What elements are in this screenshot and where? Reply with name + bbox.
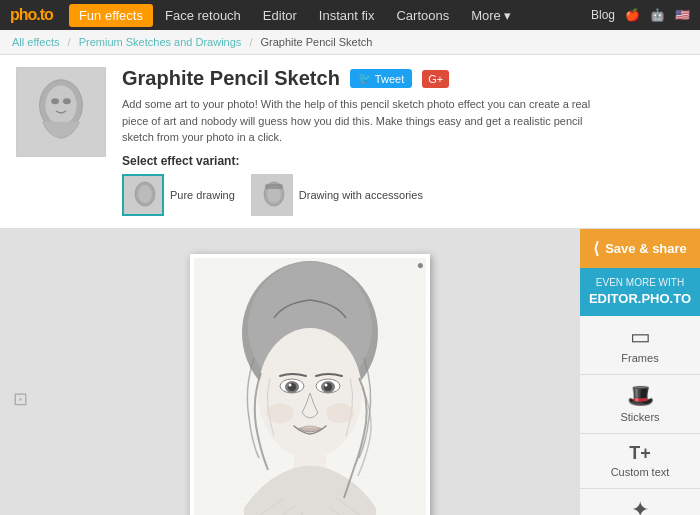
effect-title-row: Graphite Pencil Sketch 🐦 Tweet G+ xyxy=(122,67,684,90)
flag-icon[interactable]: 🇺🇸 xyxy=(675,8,690,22)
nav-right: Blog 🍎 🤖 🇺🇸 xyxy=(591,8,690,22)
tweet-icon: 🐦 xyxy=(358,72,372,85)
image-canvas: ● ● xyxy=(40,229,580,516)
variant-name-1: Drawing with accessories xyxy=(299,189,423,201)
variant-thumb-0 xyxy=(122,174,164,216)
gplus-button[interactable]: G+ xyxy=(422,70,449,88)
top-navigation: pho.to Fun effects Face retouch Editor I… xyxy=(0,0,700,30)
adjustments-tool[interactable]: ✦ Adjustments xyxy=(580,489,700,515)
crop-tool[interactable]: ⊡ xyxy=(0,229,40,516)
promo-line1: EVEN MORE WITH xyxy=(586,276,694,290)
svg-point-39 xyxy=(326,403,354,423)
breadcrumb: All effects / Premium Sketches and Drawi… xyxy=(0,30,700,55)
effect-info: Graphite Pencil Sketch 🐦 Tweet G+ Add so… xyxy=(122,67,684,216)
save-share-button[interactable]: ⟨ Save & share xyxy=(580,229,700,268)
nav-face-retouch[interactable]: Face retouch xyxy=(155,4,251,27)
svg-rect-11 xyxy=(265,184,283,189)
nav-editor[interactable]: Editor xyxy=(253,4,307,27)
adjustments-icon: ✦ xyxy=(631,499,649,515)
info-panel: Graphite Pencil Sketch 🐦 Tweet G+ Add so… xyxy=(0,55,700,229)
svg-point-7 xyxy=(138,185,152,203)
variant-name-0: Pure drawing xyxy=(170,189,235,201)
promo-line2: EDITOR.PHO.TO xyxy=(586,290,694,308)
stickers-label: Stickers xyxy=(620,411,659,423)
nav-fun-effects[interactable]: Fun effects xyxy=(69,4,153,27)
variant-with-accessories[interactable]: Drawing with accessories xyxy=(251,174,423,216)
breadcrumb-all-effects[interactable]: All effects xyxy=(12,36,60,48)
pin-right: ● xyxy=(418,256,424,267)
svg-point-3 xyxy=(51,98,59,104)
main-content: ⊡ ● ● xyxy=(0,229,700,516)
svg-point-4 xyxy=(63,98,71,104)
stickers-tool[interactable]: 🎩 Stickers xyxy=(580,375,700,434)
breadcrumb-current: Graphite Pencil Sketch xyxy=(261,36,373,48)
nav-cartoons[interactable]: Cartoons xyxy=(386,4,459,27)
breadcrumb-sep-2: / xyxy=(249,36,252,48)
breadcrumb-sep-1: / xyxy=(68,36,71,48)
crop-icon: ⊡ xyxy=(13,388,28,410)
effect-thumbnail xyxy=(16,67,106,157)
sketch-image xyxy=(194,258,426,516)
android-icon[interactable]: 🤖 xyxy=(650,8,665,22)
frames-icon: ▭ xyxy=(630,326,651,348)
effect-description: Add some art to your photo! With the hel… xyxy=(122,96,602,146)
variant-label: Select effect variant: xyxy=(122,154,684,168)
variants-list: Pure drawing Drawing with accessories xyxy=(122,174,684,216)
stickers-icon: 🎩 xyxy=(627,385,654,407)
site-logo[interactable]: pho.to xyxy=(10,6,53,24)
variant-thumb-1 xyxy=(251,174,293,216)
nav-instant-fix[interactable]: Instant fix xyxy=(309,4,385,27)
share-icon: ⟨ xyxy=(593,239,599,258)
custom-text-icon: T+ xyxy=(629,444,651,462)
custom-text-label: Custom text xyxy=(611,466,670,478)
blog-link[interactable]: Blog xyxy=(591,8,615,22)
thumbnail-image xyxy=(17,68,105,156)
apple-icon[interactable]: 🍎 xyxy=(625,8,640,22)
variant-pure-drawing[interactable]: Pure drawing xyxy=(122,174,235,216)
effect-title-text: Graphite Pencil Sketch xyxy=(122,67,340,90)
right-sidebar: ⟨ Save & share EVEN MORE WITH EDITOR.PHO… xyxy=(580,229,700,516)
tweet-label: Tweet xyxy=(375,73,404,85)
custom-text-tool[interactable]: T+ Custom text xyxy=(580,434,700,489)
svg-point-37 xyxy=(325,383,328,386)
svg-point-33 xyxy=(289,383,292,386)
frames-label: Frames xyxy=(621,352,658,364)
tweet-button[interactable]: 🐦 Tweet xyxy=(350,69,412,88)
breadcrumb-premium[interactable]: Premium Sketches and Drawings xyxy=(79,36,242,48)
nav-menu: Fun effects Face retouch Editor Instant … xyxy=(69,4,522,27)
nav-more[interactable]: More ▾ xyxy=(461,4,521,27)
save-share-label: Save & share xyxy=(605,241,687,256)
svg-point-38 xyxy=(266,403,294,423)
editor-promo-banner[interactable]: EVEN MORE WITH EDITOR.PHO.TO xyxy=(580,268,700,316)
sketch-frame: ● ● xyxy=(190,254,430,516)
frames-tool[interactable]: ▭ Frames xyxy=(580,316,700,375)
svg-point-2 xyxy=(45,86,76,125)
